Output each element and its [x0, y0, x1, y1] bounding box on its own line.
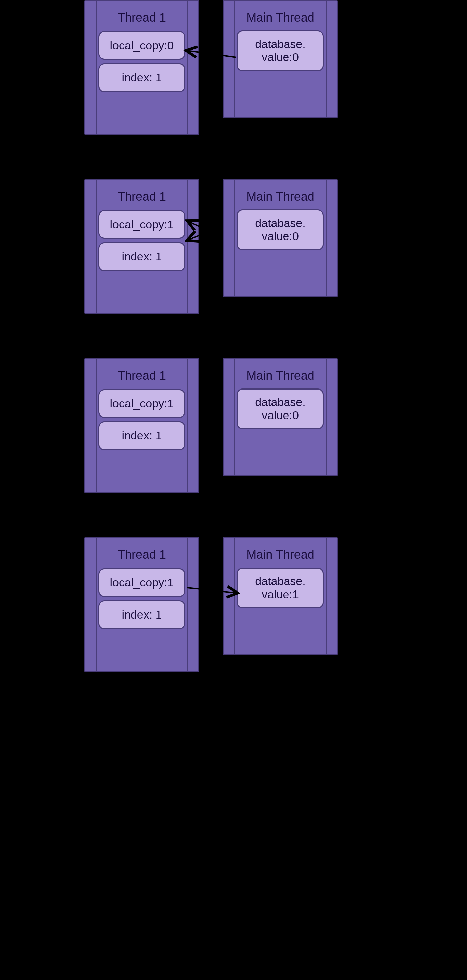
thread1-box: Thread 1 local_copy:0 index: 1	[84, 0, 199, 135]
main-thread-title: Main Thread	[224, 359, 337, 386]
local-copy-box: local_copy:0	[98, 31, 185, 60]
thread1-box: Thread 1 local_copy:1 index: 1	[84, 537, 199, 672]
step-3: Thread 1 local_copy:1 index: 1 Main Thre…	[84, 358, 467, 493]
database-value-box: database.value:0	[237, 30, 324, 71]
index-box: index: 1	[98, 242, 185, 271]
thread1-title: Thread 1	[86, 180, 198, 207]
thread1-title: Thread 1	[86, 538, 198, 565]
local-copy-box: local_copy:1	[98, 389, 185, 418]
index-box: index: 1	[98, 421, 185, 450]
thread1-box: Thread 1 local_copy:1 index: 1	[84, 358, 199, 493]
step-4: Thread 1 local_copy:1 index: 1 Main Thre…	[84, 537, 467, 672]
thread1-box: Thread 1 local_copy:1 index: 1	[84, 179, 199, 314]
main-thread-box: Main Thread database.value:1	[223, 537, 338, 655]
main-thread-title: Main Thread	[224, 538, 337, 565]
thread1-title: Thread 1	[86, 359, 198, 386]
local-copy-box: local_copy:1	[98, 210, 185, 239]
main-thread-box: Main Thread database.value:0	[223, 358, 338, 476]
thread1-title: Thread 1	[86, 1, 198, 28]
main-thread-title: Main Thread	[224, 1, 337, 28]
main-thread-box: Main Thread database.value:0	[223, 179, 338, 297]
database-value-box: database.value:0	[237, 210, 324, 250]
step-1: Thread 1 local_copy:0 index: 1 Main Thre…	[84, 0, 467, 135]
database-value-box: database.value:1	[237, 568, 324, 608]
main-thread-box: Main Thread database.value:0	[223, 0, 338, 118]
main-thread-title: Main Thread	[224, 180, 337, 207]
index-box: index: 1	[98, 600, 185, 629]
local-copy-box: local_copy:1	[98, 568, 185, 597]
step-2: Thread 1 local_copy:1 index: 1 Main Thre…	[84, 179, 467, 314]
database-value-box: database.value:0	[237, 388, 324, 429]
index-box: index: 1	[98, 63, 185, 92]
